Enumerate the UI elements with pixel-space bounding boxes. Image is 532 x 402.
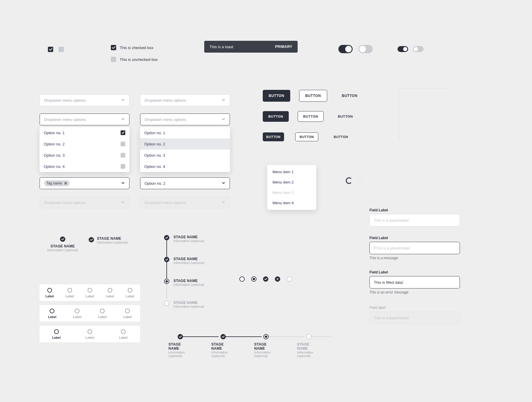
radio[interactable] <box>67 288 72 293</box>
button-primary-lg[interactable]: BUTTON <box>263 90 290 102</box>
radio[interactable] <box>100 309 105 313</box>
radio[interactable] <box>125 309 130 313</box>
button-primary-md[interactable]: BUTTON <box>263 111 289 122</box>
button-primary-sm[interactable]: BUTTON <box>263 132 284 141</box>
dropdown-options-panel: Option no. 1 Option no. 2 Option no. 3 O… <box>140 127 230 172</box>
dropdown-open-single[interactable]: Dropdown menu options <box>140 114 230 125</box>
chevron-down-icon <box>121 117 125 122</box>
dropdown-placeholder: Dropdown menu options <box>145 117 186 122</box>
radio[interactable] <box>47 288 52 293</box>
radio-row-4: Label Label Label Label <box>40 305 140 322</box>
field-label: Field Label <box>369 236 460 240</box>
stage-info: Information (optional) <box>173 239 204 243</box>
step-complete-icon <box>220 334 226 339</box>
dropdown-option[interactable]: Option no. 4 <box>40 161 129 172</box>
radio[interactable] <box>54 329 59 334</box>
dropdown-closed[interactable]: Dropdown menu options <box>40 94 129 106</box>
toast-action[interactable]: PRIMARY <box>275 45 292 49</box>
stage-info: Information (optional) <box>254 351 278 358</box>
menu-item[interactable]: Menu item 1 <box>267 167 316 177</box>
stage-info: Information (optional) <box>211 351 235 358</box>
dropdown-option[interactable]: Option no. 1 <box>40 127 129 138</box>
option-checkbox-checked <box>121 130 125 135</box>
text-input-filled[interactable]: This is filled data <box>369 276 460 288</box>
dropdown-option-selected[interactable]: Option no. 2 <box>140 138 230 150</box>
radio[interactable] <box>87 288 92 293</box>
step-upcoming-icon <box>164 301 169 306</box>
radio[interactable] <box>75 309 80 313</box>
dropdown-option[interactable]: Option no. 4 <box>140 161 230 172</box>
dropdown-option[interactable]: Option no. 2 <box>40 138 129 150</box>
toggle-large-off[interactable] <box>359 45 373 53</box>
toggle-large-on[interactable] <box>338 45 353 53</box>
dropdown-with-tag[interactable]: Tag name <box>40 177 129 189</box>
caret-icon <box>403 280 403 284</box>
chevron-down-icon <box>121 200 125 205</box>
dropdown-placeholder: Dropdown menu options <box>44 98 86 103</box>
step-current-icon <box>164 279 169 284</box>
stage-name: STAGE NAME <box>211 342 235 351</box>
dropdown-placeholder: Dropdown menu options <box>44 117 86 122</box>
dropdown-option[interactable]: Option no. 1 <box>140 127 230 138</box>
stage-name: STAGE NAME <box>254 342 278 351</box>
stage-info: Information (optional) <box>173 305 204 308</box>
step-complete-icon <box>89 237 94 242</box>
tag-label: Tag name <box>46 181 62 185</box>
radio-row-5: Label Label Label Label Label <box>40 284 140 301</box>
stage-name: STAGE NAME <box>173 257 204 261</box>
button-ghost-lg[interactable]: BUTTON <box>336 90 364 102</box>
option-checkbox-unchecked <box>121 153 125 158</box>
text-input-focused[interactable]: This is a placeholder <box>369 242 460 254</box>
toggle-small-on[interactable] <box>398 46 408 52</box>
text-input-default[interactable] <box>369 214 460 226</box>
radio[interactable] <box>108 288 112 293</box>
option-checkbox-unchecked <box>121 142 125 146</box>
dropdown-disabled: Dropdown menu options <box>40 197 129 208</box>
helper-message: This is a message <box>369 256 460 260</box>
checkbox-label: This is unchecked box <box>120 57 158 62</box>
dropdown-option[interactable]: Option no. 3 <box>140 150 230 161</box>
tag[interactable]: Tag name <box>44 180 70 186</box>
input-value: This is filled data <box>374 280 403 285</box>
field-label-disabled: Field label <box>369 306 460 310</box>
text-input-disabled <box>369 312 460 324</box>
toggle-small-off[interactable] <box>413 46 424 52</box>
marker-empty <box>239 276 245 282</box>
field-label: Field Label <box>369 208 460 212</box>
radio[interactable] <box>121 329 126 334</box>
radio[interactable] <box>87 329 92 334</box>
radio-row-3: Label Label Label <box>40 326 140 342</box>
button-secondary-md[interactable]: BUTTON <box>298 111 324 122</box>
divider-vertical <box>399 91 399 141</box>
menu-item[interactable]: Menu item 4 <box>267 198 316 208</box>
chevron-down-icon <box>121 98 125 103</box>
checkbox-checked[interactable] <box>48 47 53 52</box>
chevron-down-icon <box>121 181 125 186</box>
toast-message: This is a toast <box>210 45 233 49</box>
button-ghost-md[interactable]: BUTTON <box>332 111 358 122</box>
stage-info: Information (optional) <box>45 248 80 252</box>
menu-item[interactable]: Menu item 2 <box>267 177 316 187</box>
button-secondary-sm[interactable]: BUTTON <box>295 132 318 141</box>
checkbox-labeled-checked[interactable] <box>111 45 116 50</box>
dropdown-closed[interactable]: Dropdown menu options <box>140 94 230 106</box>
dropdown-selected[interactable]: Option no. 2 <box>140 177 230 189</box>
stage-name: STAGE NAME <box>173 235 204 239</box>
placeholder-text: This is a placeholder <box>375 246 410 250</box>
button-ghost-sm[interactable]: BUTTON <box>330 132 352 141</box>
menu: Menu item 1 Menu item 2 Menu item 3 Menu… <box>267 165 316 210</box>
step-current-icon <box>263 334 269 339</box>
chevron-down-icon <box>221 200 226 205</box>
button-secondary-lg[interactable]: BUTTON <box>299 90 327 102</box>
radio[interactable] <box>50 309 54 313</box>
radio[interactable] <box>128 288 132 293</box>
dropdown-open-multi[interactable]: Dropdown menu options <box>40 114 129 125</box>
checkbox-labeled-unchecked[interactable] <box>111 57 116 62</box>
stage-info: Information (optional) <box>97 241 128 244</box>
close-icon[interactable] <box>64 181 67 185</box>
dropdown-placeholder: Dropdown menu options <box>44 200 86 205</box>
checkbox-unchecked[interactable] <box>59 47 64 52</box>
option-checkbox-unchecked <box>121 164 125 169</box>
dropdown-option[interactable]: Option no. 3 <box>40 150 129 161</box>
step-upcoming-icon <box>306 334 312 339</box>
